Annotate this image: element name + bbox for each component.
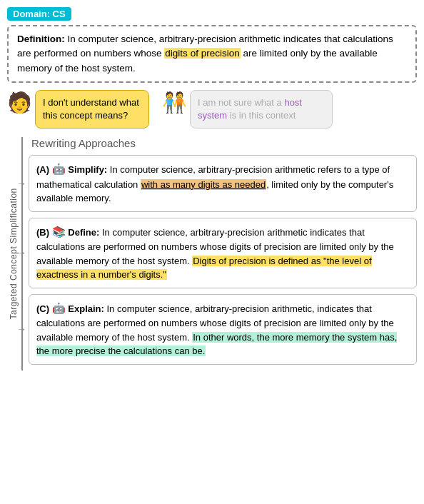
approach-c-label: (C) bbox=[36, 303, 49, 314]
approach-c-bold: Explain: bbox=[68, 303, 104, 314]
left-bubble-figure: 🧑 I don't understand what this concept m… bbox=[7, 90, 149, 128]
left-bubble-text: I don't understand what this concept mea… bbox=[43, 97, 139, 121]
approach-a-box: → (A) 🤖 Simplify: In computer science, a… bbox=[29, 155, 417, 212]
bubbles-row: 🧑 I don't understand what this concept m… bbox=[7, 90, 417, 128]
domain-badge: Domain: CS bbox=[7, 7, 71, 21]
approach-c-box: → (C) 🤖 Explain: In computer science, ar… bbox=[29, 294, 417, 365]
approach-b-emoji: 📚 bbox=[52, 226, 66, 238]
right-figure-emoji: 🧑‍🤝‍🧑 bbox=[162, 93, 187, 113]
left-speech-bubble: I don't understand what this concept mea… bbox=[35, 90, 149, 128]
main-area: Targeted Concept Simplification Rewritin… bbox=[7, 137, 417, 371]
right-bubble-figure: 🧑‍🤝‍🧑 I am not sure what a host system i… bbox=[162, 90, 333, 128]
definition-box: Definition: In computer science, arbitra… bbox=[7, 25, 417, 83]
left-figure-emoji: 🧑 bbox=[7, 93, 32, 113]
approach-c-emoji: 🤖 bbox=[52, 302, 66, 314]
right-bubble-text-before: I am not sure what a bbox=[198, 97, 284, 108]
rewriting-title: Rewriting Approaches bbox=[29, 137, 417, 149]
approach-b-box: → (B) 📚 Define: In computer science, arb… bbox=[29, 218, 417, 288]
arrow-b: → bbox=[16, 246, 26, 261]
content-col: Rewriting Approaches → (A) 🤖 Simplify: I… bbox=[21, 137, 417, 371]
arrow-c: → bbox=[16, 322, 26, 337]
approach-a-bold: Simplify: bbox=[68, 164, 107, 175]
right-bubble-text-after: is in this context bbox=[227, 110, 296, 121]
approach-a-emoji: 🤖 bbox=[52, 163, 66, 175]
approach-b-label: (B) bbox=[36, 227, 49, 238]
right-speech-bubble: I am not sure what a host system is in t… bbox=[190, 90, 333, 128]
definition-highlight: digits of precision bbox=[164, 48, 240, 59]
approach-a-highlight: with as many digits as needed bbox=[141, 179, 266, 190]
approach-b-bold: Define: bbox=[68, 227, 99, 238]
definition-label: Definition: bbox=[17, 34, 65, 44]
arrow-a: → bbox=[16, 176, 26, 191]
approach-a-label: (A) bbox=[36, 164, 49, 175]
